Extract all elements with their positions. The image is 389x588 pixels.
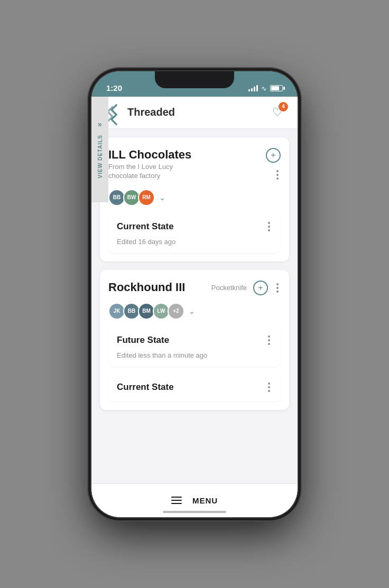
more-dot — [276, 170, 279, 172]
more-dot — [268, 382, 270, 385]
add-button-rockhound[interactable]: + — [253, 281, 268, 295]
side-arrows-icon: » — [98, 120, 102, 128]
side-panel[interactable]: » VIEW DETAILS — [91, 97, 108, 202]
more-button-ill[interactable] — [274, 168, 281, 182]
thread-more-button-1[interactable] — [266, 220, 272, 234]
phone-wrapper: 1:20 ∿ — [0, 0, 389, 588]
more-dot — [268, 335, 270, 338]
project-info-ill: ILL Chocolates From the I Love Lucy choc… — [108, 148, 193, 181]
battery-icon — [270, 85, 283, 91]
thread-title-current-state-1: Current State — [117, 221, 174, 232]
app-title: Threaded — [127, 106, 268, 118]
more-dot — [268, 222, 270, 224]
menu-icon — [171, 497, 182, 504]
project-card-rockhound: Rockhound III Pocketknife + — [100, 270, 289, 410]
notch — [155, 71, 234, 88]
thread-title-current-state-2: Current State — [117, 382, 174, 393]
more-dot — [268, 343, 270, 345]
phone-frame: 1:20 ∿ — [91, 71, 298, 517]
phone-screen: 1:20 ∿ — [91, 71, 298, 517]
menu-line — [171, 503, 182, 504]
more-dot — [276, 174, 279, 176]
project-header-rockhound: Rockhound III Pocketknife + — [108, 281, 281, 295]
more-dot — [276, 283, 279, 285]
home-indicator — [163, 511, 226, 513]
thread-card-current-state-1[interactable]: Current State Edited 16 days ago — [108, 212, 281, 253]
battery-fill — [271, 86, 279, 90]
avatar-plus: +2 — [168, 303, 184, 320]
app-header: Threaded ♡ 4 — [91, 97, 298, 129]
thread-meta-current-state-1: Edited 16 days ago — [117, 238, 272, 246]
signal-icon — [248, 85, 258, 91]
menu-label: MENU — [192, 496, 218, 505]
thread-card-future-state[interactable]: Future State Edited less than a minute a… — [108, 326, 281, 367]
project-card-ill-chocolates: ILL Chocolates From the I Love Lucy choc… — [100, 137, 289, 262]
menu-line — [171, 500, 182, 501]
project-info-rockhound: Rockhound III — [108, 281, 185, 294]
notification-badge: 4 — [279, 102, 288, 111]
avatars-row-ill: BB BW RM ⌄ — [108, 189, 281, 206]
thread-card-current-state-2[interactable]: Current State — [108, 373, 281, 402]
notification-button[interactable]: ♡ 4 — [268, 103, 287, 122]
project-title-ill: ILL Chocolates — [108, 148, 193, 162]
wifi-icon: ∿ — [261, 85, 267, 92]
project-subtitle-rockhound: Pocketknife — [211, 284, 247, 292]
more-dot — [268, 339, 270, 341]
scroll-content[interactable]: ILL Chocolates From the I Love Lucy choc… — [91, 129, 298, 517]
status-icons: ∿ — [248, 85, 283, 92]
more-dot — [276, 291, 279, 293]
thread-header-future-state: Future State — [117, 333, 272, 347]
avatar-rm: RM — [138, 189, 155, 206]
expand-avatars-button-rockhound[interactable]: ⌄ — [189, 307, 195, 315]
project-actions-ill: + — [266, 148, 281, 182]
thread-more-button-future[interactable] — [266, 333, 272, 347]
thread-header-current-state-2: Current State — [117, 380, 272, 394]
thread-meta-future-state: Edited less than a minute ago — [117, 351, 272, 359]
avatars-row-rockhound: JK BB BM LW +2 ⌄ — [108, 303, 281, 320]
more-dot — [268, 390, 270, 392]
project-subtitle-ill: From the I Love Lucy chocolate factory — [108, 163, 193, 181]
add-button-ill[interactable]: + — [266, 148, 281, 163]
more-button-rockhound[interactable] — [274, 281, 281, 295]
more-dot — [268, 229, 270, 231]
view-details-label: VIEW DETAILS — [97, 135, 103, 178]
more-dot — [268, 226, 270, 228]
more-dot — [276, 287, 279, 289]
thread-title-future-state: Future State — [117, 335, 169, 346]
project-title-rockhound: Rockhound III — [108, 281, 185, 294]
thread-header-current-state-1: Current State — [117, 220, 272, 234]
more-dot — [268, 386, 270, 388]
expand-avatars-button[interactable]: ⌄ — [159, 193, 165, 202]
thread-more-button-current2[interactable] — [266, 380, 272, 394]
project-header-ill: ILL Chocolates From the I Love Lucy choc… — [108, 148, 281, 182]
project-actions-rockhound: Pocketknife + — [211, 281, 281, 295]
menu-line — [171, 497, 182, 498]
more-dot — [276, 178, 279, 180]
